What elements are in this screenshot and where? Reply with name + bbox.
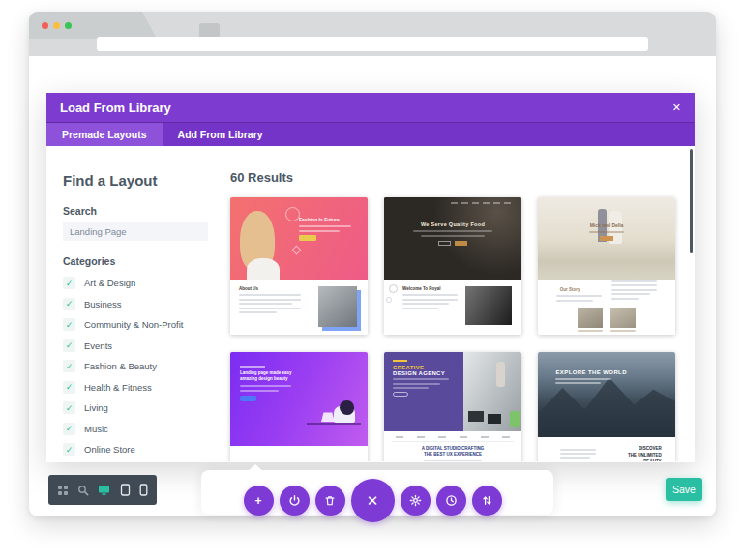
category-item[interactable]: ✓ Events (63, 339, 230, 352)
trash-icon (324, 494, 336, 507)
power-icon (288, 494, 301, 507)
wedding-hero-title: Mick and Della (538, 222, 675, 228)
scrollbar-thumb[interactable] (690, 149, 693, 253)
travel-hero-title: EXPLORE THE WORLD (555, 369, 626, 375)
travel-tagline: DISCOVER THE UNLIMITED BEAUTY (628, 446, 662, 461)
fashion-hero: Fashion Is Future (230, 197, 368, 280)
logos-strip (230, 446, 368, 461)
search-label: Search (63, 205, 230, 217)
restaurant-hero: We Serve Quality Food (384, 197, 521, 280)
check-icon[interactable]: ✓ (63, 401, 75, 414)
agency-hero: CREATIVE DESIGN AGENCY (384, 352, 521, 431)
category-label: Art & Design (84, 278, 135, 288)
layout-card-wedding[interactable]: Mick and Della Our Story (538, 197, 675, 335)
url-bar[interactable] (97, 37, 648, 51)
restaurant-section-title: Welcome To Royal (402, 286, 458, 291)
layout-card-app-landing[interactable]: Landing page made easy amazing design be… (230, 352, 368, 461)
toggle-settings-button[interactable]: ✕ (351, 479, 395, 522)
clear-layout-button[interactable] (315, 486, 345, 516)
cta-button-thumb (393, 392, 408, 397)
category-item[interactable]: ✓ Art & Design (63, 277, 230, 289)
results-panel: 60 Results Fashion Is Future (230, 146, 695, 461)
category-label: Living (84, 402, 108, 413)
close-icon[interactable]: ✕ (672, 102, 681, 114)
landing-hero-line2: amazing design beauty (240, 376, 300, 382)
sidebar-heading: Find a Layout (63, 172, 230, 189)
layout-card-design-agency[interactable]: CREATIVE DESIGN AGENCY A DIGITAL (384, 352, 521, 461)
check-icon[interactable]: ✓ (63, 318, 75, 331)
check-icon[interactable]: ✓ (63, 443, 75, 456)
browser-window: Load From Library ✕ Premade Layouts Add … (29, 12, 716, 516)
zoom-window-icon[interactable] (65, 22, 72, 29)
fashion-photo (318, 286, 357, 327)
check-icon[interactable]: ✓ (63, 339, 75, 352)
category-label: Health & Fitness (84, 382, 152, 393)
builder-action-buttons: + ✕ (29, 493, 716, 537)
travel-hero: EXPLORE THE WORLD (538, 352, 675, 437)
results-count: 60 Results (230, 170, 675, 185)
check-icon[interactable]: ✓ (63, 298, 75, 310)
wedding-photos (547, 308, 667, 333)
close-window-icon[interactable] (42, 22, 48, 29)
layout-card-fashion[interactable]: Fashion Is Future About Us (230, 197, 368, 335)
check-icon[interactable]: ✓ (63, 381, 75, 394)
office-photo (463, 352, 521, 431)
category-label: Events (84, 340, 112, 351)
category-label: Community & Non-Profit (84, 319, 183, 330)
settings-icon (409, 494, 422, 507)
category-item[interactable]: ✓ Business (63, 298, 230, 310)
swap-arrows-icon (481, 494, 493, 507)
history-icon (445, 494, 458, 507)
page-settings-button[interactable] (401, 486, 431, 516)
category-label: Music (84, 424, 108, 434)
category-label: Online Store (84, 444, 135, 455)
check-icon[interactable]: ✓ (63, 277, 75, 289)
tab-add-from-library[interactable]: Add From Library (163, 123, 279, 146)
cta-button-thumb (600, 236, 613, 241)
modal-title: Load From Library (60, 101, 171, 115)
layout-card-travel[interactable]: EXPLORE THE WORLD DISCOVER THE (538, 352, 675, 461)
category-item[interactable]: ✓ Music (63, 423, 230, 435)
exit-builder-button[interactable] (280, 486, 310, 516)
browser-chrome (29, 12, 716, 56)
minimize-window-icon[interactable] (53, 22, 60, 29)
fashion-hero-title: Fashion Is Future (299, 217, 357, 222)
circle-decoration (389, 284, 398, 293)
modal-header: Load From Library ✕ (46, 93, 695, 122)
cta-button-thumb (240, 396, 256, 401)
person-at-desk-illustration (307, 423, 361, 425)
wedding-hero: Mick and Della (538, 197, 675, 280)
layout-card-restaurant[interactable]: We Serve Quality Food Welcome To Royal (384, 197, 521, 335)
modal-tab-bar: Premade Layouts Add From Library (46, 122, 695, 146)
category-label: Fashion & Beauty (84, 361, 157, 371)
add-section-button[interactable]: + (244, 486, 274, 516)
tab-premade-layouts[interactable]: Premade Layouts (46, 123, 163, 146)
agency-tagline2: THE BEST UX EXPERIENCE (392, 452, 514, 457)
circle-decoration (285, 207, 300, 221)
layouts-grid: Fashion Is Future About Us (230, 197, 675, 461)
cta-button-thumb (299, 235, 316, 241)
triangle-decoration (292, 246, 302, 255)
category-item[interactable]: ✓ Online Store (63, 443, 230, 456)
check-icon[interactable]: ✓ (63, 360, 75, 372)
check-icon[interactable]: ✓ (63, 423, 75, 435)
category-label: Business (84, 299, 122, 309)
mountains-illustration (538, 352, 675, 437)
category-item[interactable]: ✓ Health & Fitness (63, 381, 230, 394)
category-item[interactable]: ✓ Fashion & Beauty (63, 360, 230, 372)
modal-body: Find a Layout Search Categories ✓ Art & … (46, 146, 695, 461)
traffic-lights (42, 22, 72, 29)
history-button[interactable] (436, 486, 466, 516)
categories-label: Categories (63, 255, 230, 267)
save-button[interactable]: Save (666, 478, 702, 501)
search-input[interactable] (63, 222, 208, 241)
category-item[interactable]: ✓ Community & Non-Profit (63, 318, 230, 331)
categories-list: ✓ Art & Design ✓ Business ✓ Commun (63, 277, 230, 461)
portability-button[interactable] (472, 486, 502, 516)
layout-filter-sidebar: Find a Layout Search Categories ✓ Art & … (46, 146, 230, 461)
close-icon: ✕ (367, 493, 379, 508)
wedding-section-title: Our Story (560, 287, 602, 292)
load-from-library-modal: Load From Library ✕ Premade Layouts Add … (46, 93, 695, 462)
restaurant-photo (465, 286, 512, 325)
category-item[interactable]: ✓ Living (63, 401, 230, 414)
